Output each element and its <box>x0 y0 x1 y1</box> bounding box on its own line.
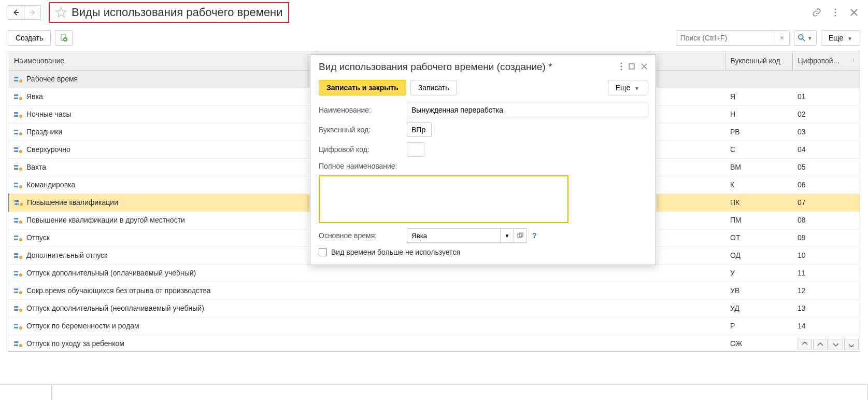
chevron-down-icon: ▼ <box>807 35 813 41</box>
scroll-up-button[interactable] <box>813 339 828 350</box>
basetime-open-button[interactable] <box>514 228 527 243</box>
more-button[interactable]: Еще ▼ <box>821 30 860 46</box>
item-icon <box>14 146 22 154</box>
create-button[interactable]: Создать <box>8 30 51 46</box>
forward-button[interactable] <box>24 5 41 20</box>
magnifier-icon <box>798 34 805 42</box>
search-input[interactable] <box>676 34 775 42</box>
item-icon <box>14 93 22 101</box>
arrow-right-icon <box>29 9 36 16</box>
svg-point-2 <box>835 9 836 10</box>
svg-rect-14 <box>629 64 634 69</box>
item-icon <box>14 129 22 136</box>
chevron-down-icon: ▼ <box>847 36 852 42</box>
svg-point-3 <box>835 12 836 13</box>
kebab-icon-svg <box>834 8 836 17</box>
item-icon <box>14 305 22 312</box>
item-icon <box>15 199 23 206</box>
table-row[interactable]: Сокр.время обучающихся без отрыва от про… <box>9 282 860 299</box>
dialog-more-label: Еще <box>616 84 631 92</box>
dialog-maximize-icon[interactable] <box>629 63 635 71</box>
create-copy-button[interactable] <box>55 30 73 46</box>
svg-point-13 <box>621 68 622 70</box>
arrow-left-icon <box>12 9 20 16</box>
label-name: Наименование: <box>319 106 407 114</box>
item-icon <box>14 252 22 259</box>
svg-point-12 <box>621 65 622 67</box>
dialog-title: Вид использования рабочего времени (созд… <box>319 61 552 73</box>
back-button[interactable] <box>8 5 24 20</box>
input-basetime[interactable] <box>407 228 500 243</box>
item-icon <box>14 111 22 118</box>
search-button[interactable]: ▼ <box>794 30 817 46</box>
input-name[interactable] <box>407 103 647 117</box>
open-ref-icon <box>517 232 523 239</box>
table-row[interactable]: Отпуск по беременности и родамР14 <box>9 317 860 335</box>
page-title: Виды использования рабочего времени <box>72 6 283 19</box>
chevron-down-icon: ▼ <box>634 86 639 91</box>
link-icon-svg <box>812 8 821 17</box>
col-header-number[interactable]: Цифровой... ↓ <box>792 51 860 70</box>
kebab-icon[interactable] <box>829 6 842 19</box>
col-header-number-label: Цифровой... <box>798 57 839 65</box>
item-icon <box>14 235 22 242</box>
search-clear-button[interactable]: × <box>775 31 789 45</box>
dialog-kebab-icon[interactable] <box>620 62 622 72</box>
input-fullname[interactable] <box>319 175 568 223</box>
label-letter: Буквенный код: <box>319 126 407 134</box>
basetime-dropdown-button[interactable]: ▼ <box>500 228 514 243</box>
status-bar <box>0 384 868 400</box>
close-icon[interactable] <box>848 6 860 19</box>
item-icon <box>14 76 22 83</box>
item-icon <box>14 164 22 171</box>
scroll-down-button[interactable] <box>829 339 843 350</box>
dialog-more-button[interactable]: Еще ▼ <box>608 80 647 95</box>
scroll-bottom-button[interactable] <box>844 339 859 350</box>
item-icon <box>14 217 22 224</box>
help-icon[interactable]: ? <box>532 231 537 240</box>
close-icon-svg <box>850 9 858 16</box>
dialog-close-icon[interactable] <box>641 63 647 71</box>
svg-point-4 <box>835 15 836 17</box>
table-row[interactable]: Отпуск по уходу за ребенкомОЖ15 <box>9 335 860 352</box>
more-label: Еще <box>829 34 844 42</box>
sort-indicator-icon: ↓ <box>851 57 855 64</box>
link-icon[interactable] <box>810 6 823 19</box>
svg-line-8 <box>803 39 805 41</box>
table-row[interactable]: Отпуск дополнительный (оплачиваемый учеб… <box>9 264 860 282</box>
label-basetime: Основное время: <box>319 231 407 240</box>
label-fullname: Полное наименование: <box>319 162 407 170</box>
svg-point-7 <box>799 35 803 39</box>
col-header-letter[interactable]: Буквенный код <box>725 51 792 70</box>
star-icon[interactable] <box>55 6 67 19</box>
checkbox-not-used[interactable] <box>319 248 327 256</box>
item-icon <box>14 287 22 295</box>
input-number[interactable] <box>407 142 424 157</box>
svg-point-11 <box>621 62 622 64</box>
input-letter[interactable] <box>407 122 432 137</box>
scroll-top-button[interactable] <box>798 339 812 350</box>
item-icon <box>14 323 22 330</box>
label-number: Цифровой код: <box>319 145 407 154</box>
label-not-used: Вид времени больше не используется <box>331 248 460 256</box>
create-dialog: Вид использования рабочего времени (созд… <box>310 54 656 265</box>
item-icon <box>14 340 22 348</box>
item-icon <box>14 270 22 277</box>
title-highlight: Виды использования рабочего времени <box>49 2 289 23</box>
copy-sheet-icon <box>60 34 68 42</box>
save-button[interactable]: Записать <box>410 80 457 95</box>
table-row[interactable]: Отпуск дополнительный (неоплачиваемый уч… <box>9 299 860 317</box>
item-icon <box>14 182 22 189</box>
save-close-button[interactable]: Записать и закрыть <box>319 80 406 95</box>
